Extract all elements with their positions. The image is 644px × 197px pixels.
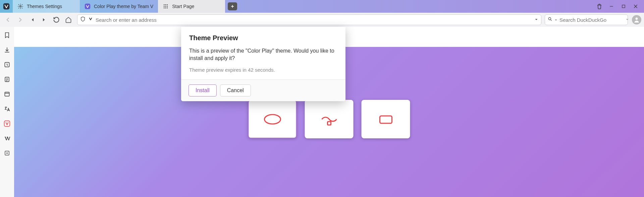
dialog-title: Theme Preview <box>189 34 337 42</box>
chevron-down-icon[interactable] <box>625 17 629 23</box>
wikipedia-icon[interactable] <box>3 135 11 142</box>
tab-label: Color Play theme by Team V <box>94 4 153 9</box>
speed-dial-card[interactable] <box>305 100 354 138</box>
fast-forward-button[interactable] <box>39 14 50 25</box>
chevron-down-icon[interactable] <box>554 17 557 23</box>
new-tab-button[interactable] <box>228 2 237 10</box>
svg-point-6 <box>164 6 165 7</box>
minimize-button[interactable] <box>608 3 614 9</box>
svg-rect-21 <box>327 122 331 125</box>
tab-label: Themes Settings <box>27 4 62 9</box>
speed-dial-card[interactable] <box>248 100 297 138</box>
notes-icon[interactable] <box>3 76 11 83</box>
svg-point-9 <box>164 7 165 8</box>
reload-button[interactable] <box>51 14 62 25</box>
apps-grid-icon <box>163 3 169 9</box>
home-button[interactable] <box>63 14 74 25</box>
maximize-button[interactable] <box>621 3 627 9</box>
vivaldi-icon <box>85 3 91 9</box>
trash-icon[interactable] <box>596 3 602 9</box>
dialog-countdown: Theme preview expires in 42 seconds. <box>189 67 337 73</box>
svg-rect-0 <box>3 3 9 9</box>
svg-rect-12 <box>622 5 625 8</box>
svg-point-11 <box>167 7 168 8</box>
svg-rect-18 <box>4 121 10 127</box>
forward-button[interactable] <box>15 14 25 25</box>
svg-point-13 <box>548 17 551 20</box>
search-icon <box>548 17 552 23</box>
chevron-down-icon[interactable] <box>534 17 538 23</box>
side-panel <box>0 27 14 197</box>
svg-rect-2 <box>85 4 91 9</box>
svg-point-8 <box>167 6 168 7</box>
window-controls <box>591 0 644 13</box>
address-input[interactable] <box>96 17 532 23</box>
vivaldi-v-icon[interactable] <box>88 17 93 23</box>
app-logo[interactable] <box>0 0 13 13</box>
cancel-button[interactable]: Cancel <box>220 84 251 96</box>
search-input[interactable] <box>559 17 623 23</box>
tab-themes-settings[interactable]: Themes Settings <box>13 0 80 13</box>
bookmark-icon[interactable] <box>3 31 11 39</box>
search-bar[interactable] <box>545 14 628 25</box>
address-bar[interactable] <box>77 14 541 25</box>
history-icon[interactable] <box>3 61 11 68</box>
window-icon[interactable] <box>3 90 11 98</box>
close-button[interactable] <box>633 3 639 9</box>
translate-icon[interactable] <box>3 105 11 113</box>
download-icon[interactable] <box>3 46 11 54</box>
shield-icon[interactable] <box>80 16 86 23</box>
svg-point-20 <box>264 115 280 124</box>
tab-label: Start Page <box>172 4 194 9</box>
nav-toolbar <box>0 13 644 27</box>
svg-rect-17 <box>5 92 9 96</box>
speed-dial-card[interactable] <box>362 100 410 138</box>
tab-strip: Themes Settings Color Play theme by Team… <box>0 0 644 13</box>
svg-point-1 <box>20 6 21 7</box>
install-button[interactable]: Install <box>189 84 217 96</box>
speed-dial-row <box>248 100 410 138</box>
dialog-footer: Install Cancel <box>181 79 345 101</box>
gear-icon <box>17 3 23 9</box>
dialog-message: This is a preview of the "Color Play" th… <box>189 47 337 62</box>
add-panel-icon[interactable] <box>3 149 11 157</box>
tab-start-page[interactable]: Start Page <box>158 0 225 13</box>
svg-point-3 <box>164 4 165 5</box>
tab-color-play[interactable]: Color Play theme by Team V <box>80 0 158 13</box>
svg-point-14 <box>636 17 638 20</box>
svg-rect-22 <box>380 116 392 123</box>
rewind-button[interactable] <box>27 14 38 25</box>
svg-point-4 <box>165 4 166 5</box>
svg-point-7 <box>165 6 166 7</box>
svg-point-10 <box>165 7 166 8</box>
theme-preview-dialog: Theme Preview This is a preview of the "… <box>181 27 345 101</box>
svg-point-5 <box>167 4 168 5</box>
vivaldi-panel-icon[interactable] <box>3 120 11 127</box>
profile-avatar[interactable] <box>632 15 641 24</box>
back-button[interactable] <box>3 14 13 25</box>
